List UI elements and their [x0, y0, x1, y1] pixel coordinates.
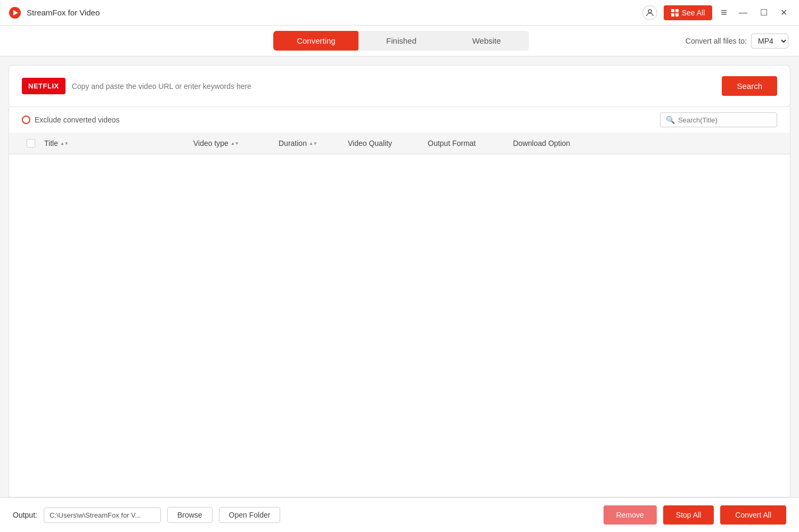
- tab-finished[interactable]: Finished: [358, 31, 444, 51]
- profile-icon[interactable]: [642, 5, 657, 20]
- url-input-row: NETFLIX Search: [22, 76, 777, 96]
- url-input[interactable]: [72, 82, 716, 91]
- table-body: [9, 154, 790, 314]
- close-button[interactable]: ✕: [777, 7, 790, 18]
- search-button[interactable]: Search: [722, 76, 777, 96]
- exclude-label[interactable]: Exclude converted videos: [22, 116, 120, 124]
- table-container: Title ▲▼ Video type ▲▼ Duration ▲▼ Video…: [9, 133, 790, 497]
- table-header: Title ▲▼ Video type ▲▼ Duration ▲▼ Video…: [9, 133, 790, 154]
- svg-point-2: [648, 10, 651, 13]
- format-select[interactable]: MP4 MKV AVI MOV: [751, 34, 788, 48]
- convert-all-label: Convert all files to:: [686, 37, 747, 45]
- title-bar-left: StreamFox for Video: [9, 6, 100, 19]
- tabs-container: Converting Finished Website: [273, 31, 529, 51]
- search-icon-small: 🔍: [666, 116, 675, 124]
- th-title: Title ▲▼: [44, 139, 193, 148]
- th-duration: Duration ▲▼: [279, 139, 348, 148]
- tab-converting[interactable]: Converting: [273, 31, 358, 51]
- see-all-button[interactable]: See All: [664, 5, 713, 20]
- title-search-container: 🔍: [660, 112, 777, 127]
- title-bar: StreamFox for Video See All ≡ — ☐ ✕: [0, 0, 799, 26]
- duration-sort-arrows[interactable]: ▲▼: [309, 141, 317, 146]
- th-download-option: Download Option: [513, 139, 781, 148]
- title-search-input[interactable]: [678, 116, 771, 124]
- title-sort-arrows[interactable]: ▲▼: [60, 141, 69, 146]
- exclude-radio[interactable]: [22, 116, 30, 124]
- remove-button[interactable]: Remove: [604, 505, 657, 525]
- stop-all-button[interactable]: Stop All: [663, 505, 714, 525]
- th-video-type: Video type ▲▼: [193, 139, 279, 148]
- minimize-button[interactable]: —: [736, 7, 751, 18]
- maximize-button[interactable]: ☐: [757, 7, 771, 18]
- title-bar-right: See All ≡ — ☐ ✕: [642, 5, 790, 20]
- filter-row: Exclude converted videos 🔍: [9, 107, 790, 133]
- grid-icon: [671, 9, 679, 17]
- open-folder-button[interactable]: Open Folder: [219, 507, 281, 523]
- app-title: StreamFox for Video: [27, 8, 100, 17]
- convert-all-right: Convert all files to: MP4 MKV AVI MOV: [686, 34, 788, 48]
- main-content: NETFLIX Search Exclude converted videos …: [0, 56, 799, 497]
- tabs-row: Converting Finished Website Convert all …: [0, 26, 799, 56]
- menu-icon[interactable]: ≡: [719, 5, 729, 20]
- video-type-sort-arrows[interactable]: ▲▼: [231, 141, 239, 146]
- netflix-badge: NETFLIX: [22, 78, 66, 94]
- output-label: Output:: [13, 511, 37, 519]
- tab-website[interactable]: Website: [444, 31, 529, 51]
- output-path: C:\Users\w\StreamFox for V...: [44, 508, 161, 523]
- select-all-checkbox[interactable]: [27, 139, 35, 148]
- convert-all-button[interactable]: Convert All: [720, 505, 786, 525]
- th-video-quality: Video Quality: [348, 139, 428, 148]
- th-checkbox: [18, 139, 44, 148]
- url-section: NETFLIX Search: [9, 65, 790, 107]
- app-icon: [9, 6, 21, 19]
- bottom-bar: Output: C:\Users\w\StreamFox for V... Br…: [0, 497, 799, 532]
- th-output-format: Output Format: [428, 139, 513, 148]
- browse-button[interactable]: Browse: [167, 507, 213, 523]
